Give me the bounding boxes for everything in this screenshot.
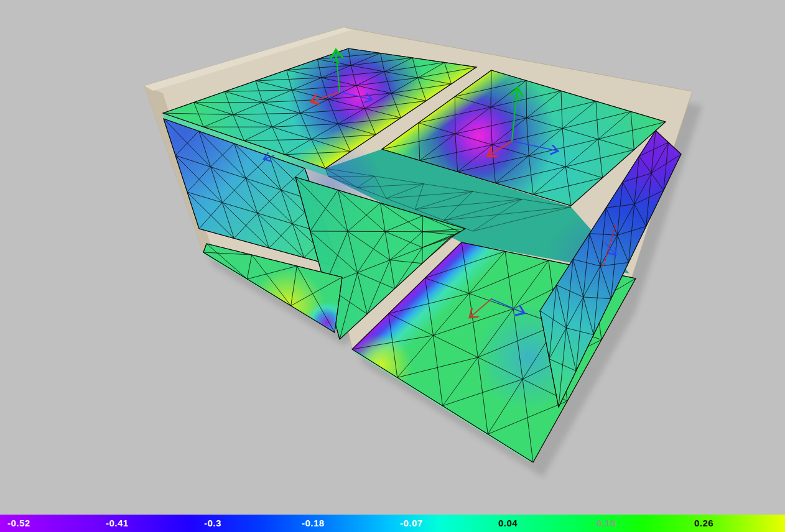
legend-label: -0.07 [400,515,423,532]
fea-viewport[interactable]: -0.52-0.41-0.3-0.18-0.070.040.150.26 [0,0,785,532]
legend-label: 0.04 [498,515,518,532]
legend-label: -0.18 [302,515,325,532]
legend-colorbar: -0.52-0.41-0.3-0.18-0.070.040.150.26 [0,515,785,532]
legend-label: 0.15 [597,515,616,532]
legend-label: -0.3 [204,515,221,532]
legend-label: -0.52 [7,515,30,532]
model-3d-view [0,0,785,532]
legend-label: -0.41 [106,515,129,532]
legend-label: 0.26 [694,515,713,532]
